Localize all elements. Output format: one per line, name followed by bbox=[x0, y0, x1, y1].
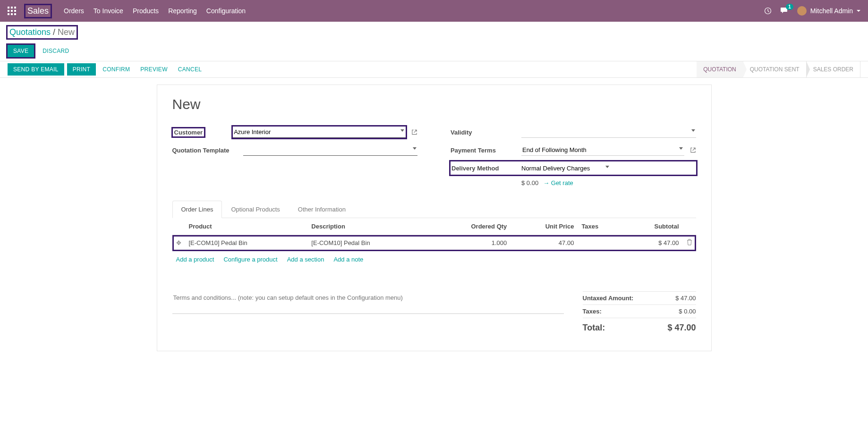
delete-row-icon[interactable] bbox=[683, 235, 696, 251]
status-quotation[interactable]: QUOTATION bbox=[697, 61, 743, 78]
user-menu[interactable]: Mitchell Admin bbox=[797, 6, 860, 16]
col-unit-price: Unit Price bbox=[511, 218, 578, 235]
customer-input[interactable] bbox=[233, 127, 406, 138]
tab-other-information[interactable]: Other Information bbox=[289, 201, 355, 218]
delivery-method-input[interactable] bbox=[520, 163, 610, 174]
cancel-button[interactable]: CANCEL bbox=[174, 63, 205, 76]
label-quotation-template: Quotation Template bbox=[172, 147, 243, 154]
tabs: Order Lines Optional Products Other Info… bbox=[172, 201, 696, 218]
cell-taxes[interactable] bbox=[578, 235, 623, 251]
payment-terms-dropdown-icon[interactable] bbox=[679, 147, 683, 150]
col-product: Product bbox=[185, 218, 308, 235]
discard-button[interactable]: DISCARD bbox=[39, 45, 73, 57]
status-quotation-sent[interactable]: QUOTATION SENT bbox=[743, 61, 807, 78]
configure-product-link[interactable]: Configure a product bbox=[223, 256, 277, 263]
clock-icon[interactable] bbox=[764, 7, 772, 15]
add-links: Add a product Configure a product Add a … bbox=[172, 251, 696, 291]
delivery-method-row: Delivery Method bbox=[451, 161, 696, 175]
validity-dropdown-icon[interactable] bbox=[691, 129, 695, 132]
chevron-down-icon bbox=[857, 9, 860, 13]
col-subtotal: Subtotal bbox=[623, 218, 683, 235]
taxes-label: Taxes: bbox=[583, 308, 602, 315]
save-button[interactable]: SAVE bbox=[8, 45, 34, 57]
control-area: Quotations / New SAVE DISCARD bbox=[0, 22, 868, 61]
svg-rect-3 bbox=[8, 10, 9, 12]
nav-configuration[interactable]: Configuration bbox=[206, 7, 246, 15]
order-lines-table: Product Description Ordered Qty Unit Pri… bbox=[172, 218, 696, 251]
user-name: Mitchell Admin bbox=[810, 7, 853, 15]
tab-order-lines[interactable]: Order Lines bbox=[172, 201, 222, 218]
external-link-icon[interactable] bbox=[411, 129, 417, 135]
svg-rect-4 bbox=[11, 10, 13, 12]
apps-icon[interactable] bbox=[8, 7, 16, 15]
breadcrumb-sep: / bbox=[51, 27, 58, 37]
get-rate-link[interactable]: → Get rate bbox=[543, 179, 573, 186]
nav-products[interactable]: Products bbox=[133, 7, 159, 15]
form-sheet: New Customer Quotation Template bbox=[157, 85, 712, 351]
taxes-value: $ 0.00 bbox=[679, 308, 696, 315]
messages-icon[interactable]: 1 bbox=[780, 7, 789, 16]
status-bar: QUOTATION QUOTATION SENT SALES ORDER bbox=[697, 61, 860, 78]
nav-orders[interactable]: Orders bbox=[64, 7, 84, 15]
drag-handle-icon[interactable]: ✥ bbox=[172, 235, 185, 251]
svg-rect-7 bbox=[11, 13, 13, 15]
add-section-link[interactable]: Add a section bbox=[287, 256, 324, 263]
breadcrumb: Quotations / New bbox=[8, 26, 77, 38]
svg-rect-2 bbox=[14, 7, 16, 8]
col-taxes: Taxes bbox=[578, 218, 623, 235]
label-validity: Validity bbox=[451, 129, 521, 136]
status-sales-order[interactable]: SALES ORDER bbox=[807, 61, 860, 78]
template-dropdown-icon[interactable] bbox=[413, 147, 417, 150]
cell-description[interactable]: [E-COM10] Pedal Bin bbox=[307, 235, 430, 251]
validity-input[interactable] bbox=[521, 127, 696, 138]
top-nav: Sales Orders To Invoice Products Reporti… bbox=[0, 0, 868, 22]
svg-rect-6 bbox=[8, 13, 9, 15]
send-email-button[interactable]: SEND BY EMAIL bbox=[8, 63, 64, 76]
label-customer: Customer bbox=[172, 128, 205, 137]
totals: Untaxed Amount: $ 47.00 Taxes: $ 0.00 To… bbox=[583, 291, 696, 336]
confirm-button[interactable]: CONFIRM bbox=[99, 63, 134, 76]
preview-button[interactable]: PREVIEW bbox=[136, 63, 171, 76]
action-bar: SEND BY EMAIL PRINT CONFIRM PREVIEW CANC… bbox=[0, 61, 868, 78]
untaxed-value: $ 47.00 bbox=[675, 295, 696, 302]
col-qty: Ordered Qty bbox=[430, 218, 511, 235]
cell-unit-price[interactable]: 47.00 bbox=[511, 235, 578, 251]
breadcrumb-current: New bbox=[58, 27, 75, 37]
messages-badge: 1 bbox=[786, 4, 793, 10]
nav-to-invoice[interactable]: To Invoice bbox=[94, 7, 123, 15]
nav-right: 1 Mitchell Admin bbox=[764, 6, 860, 16]
app-brand[interactable]: Sales bbox=[26, 5, 51, 17]
cell-subtotal: $ 47.00 bbox=[623, 235, 683, 251]
avatar bbox=[797, 6, 807, 16]
breadcrumb-quotations[interactable]: Quotations bbox=[9, 27, 51, 37]
col-description: Description bbox=[307, 218, 430, 235]
table-row[interactable]: ✥ [E-COM10] Pedal Bin [E-COM10] Pedal Bi… bbox=[172, 235, 696, 251]
nav-menu: Orders To Invoice Products Reporting Con… bbox=[64, 7, 246, 15]
add-product-link[interactable]: Add a product bbox=[176, 256, 214, 263]
label-payment-terms: Payment Terms bbox=[451, 147, 521, 154]
label-delivery-method: Delivery Method bbox=[451, 165, 520, 172]
total-label: Total: bbox=[583, 323, 605, 333]
page-title: New bbox=[172, 96, 696, 112]
payment-terms-input[interactable] bbox=[521, 144, 684, 156]
payment-terms-external-icon[interactable] bbox=[690, 147, 696, 153]
sheet-wrap: New Customer Quotation Template bbox=[0, 78, 868, 370]
nav-reporting[interactable]: Reporting bbox=[168, 7, 197, 15]
svg-rect-0 bbox=[8, 7, 9, 8]
quotation-template-input[interactable] bbox=[243, 144, 418, 156]
tab-optional-products[interactable]: Optional Products bbox=[222, 201, 289, 218]
untaxed-label: Untaxed Amount: bbox=[583, 295, 634, 302]
rate-amount: $ 0.00 bbox=[521, 179, 538, 186]
terms-input[interactable] bbox=[172, 291, 564, 314]
total-value: $ 47.00 bbox=[667, 323, 696, 333]
add-note-link[interactable]: Add a note bbox=[333, 256, 363, 263]
cell-product[interactable]: [E-COM10] Pedal Bin bbox=[185, 235, 308, 251]
print-button[interactable]: PRINT bbox=[67, 63, 96, 76]
cell-qty[interactable]: 1.000 bbox=[430, 235, 511, 251]
svg-rect-8 bbox=[14, 13, 16, 15]
svg-rect-5 bbox=[14, 10, 16, 12]
delivery-dropdown-icon[interactable] bbox=[605, 166, 609, 168]
customer-dropdown-icon[interactable] bbox=[400, 129, 404, 132]
svg-rect-1 bbox=[11, 7, 13, 8]
